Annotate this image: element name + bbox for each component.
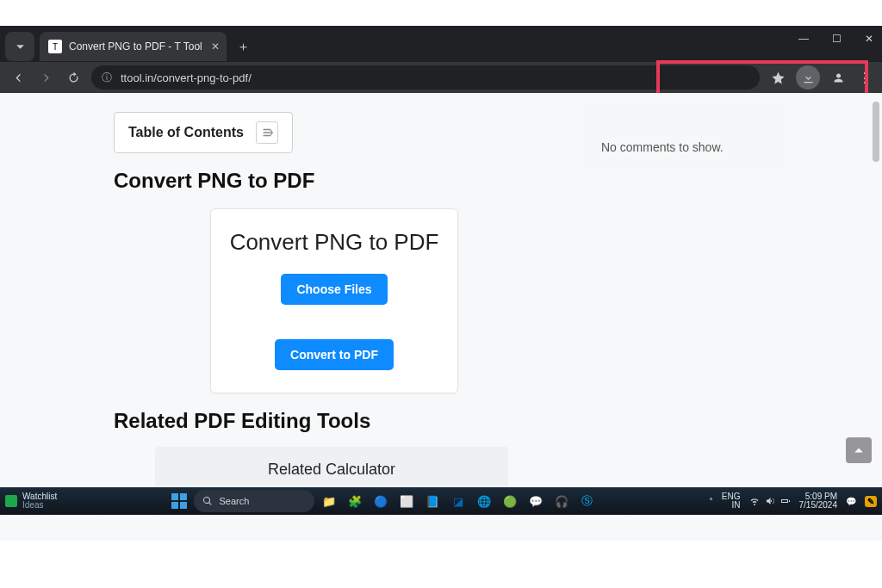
browser-navbar: ⓘ ttool.in/convert-png-to-pdf/ ⋮: [0, 62, 882, 93]
window-minimize-icon[interactable]: ―: [796, 33, 811, 45]
vertical-scrollbar[interactable]: [872, 96, 880, 510]
toc-toggle-button[interactable]: [256, 121, 278, 144]
taskbar-app-3[interactable]: ⬜: [395, 490, 418, 512]
volume-icon[interactable]: [765, 496, 775, 506]
browser-tab[interactable]: T Convert PNG to PDF - T Tool ✕: [40, 32, 227, 61]
nav-reload-button[interactable]: [64, 68, 83, 87]
scroll-to-top-button[interactable]: [846, 437, 872, 463]
svg-rect-3: [180, 502, 187, 509]
profile-button[interactable]: [829, 68, 848, 87]
converter-card: Convert PNG to PDF Choose Files Convert …: [210, 208, 458, 393]
clock[interactable]: 5:09 PM 7/15/2024: [799, 492, 838, 511]
no-comments-text: No comments to show.: [601, 140, 767, 154]
convert-to-pdf-button[interactable]: Convert to PDF: [275, 339, 394, 370]
battery-icon[interactable]: [780, 496, 791, 506]
table-of-contents: Table of Contents: [114, 112, 293, 153]
browser-titlebar: T Convert PNG to PDF - T Tool ✕ ＋ ― ☐ ✕: [0, 26, 882, 62]
svg-rect-2: [171, 502, 178, 509]
taskbar-app-word[interactable]: 📘: [421, 490, 444, 512]
site-info-icon[interactable]: ⓘ: [102, 71, 112, 85]
taskbar-app-whatsapp[interactable]: 💬: [525, 490, 547, 512]
wifi-icon[interactable]: [749, 496, 760, 506]
section-heading-convert: Convert PNG to PDF: [114, 169, 510, 193]
bookmark-star-icon[interactable]: [768, 68, 787, 87]
taskbar-app-chrome[interactable]: 🌐: [473, 490, 495, 512]
choose-files-button[interactable]: Choose Files: [281, 274, 387, 305]
window-maximize-icon[interactable]: ☐: [829, 33, 844, 45]
tray-misc-icon[interactable]: ✎: [865, 496, 877, 507]
svg-rect-0: [171, 493, 178, 500]
tab-close-icon[interactable]: ✕: [211, 40, 220, 53]
favicon-icon: T: [48, 40, 62, 53]
search-placeholder: Search: [220, 496, 250, 506]
window-close-icon[interactable]: ✕: [861, 33, 877, 45]
scrollbar-thumb[interactable]: [873, 102, 879, 162]
widget-icon: [5, 495, 17, 507]
toc-title: Table of Contents: [128, 125, 244, 140]
downloads-button[interactable]: [796, 65, 820, 90]
address-bar[interactable]: ⓘ ttool.in/convert-png-to-pdf/: [91, 65, 760, 90]
browser-menu-button[interactable]: ⋮: [856, 70, 873, 86]
tab-list-button[interactable]: [5, 32, 34, 61]
taskbar-app-edge[interactable]: 🔵: [370, 490, 392, 512]
tray-chevron-icon[interactable]: ˄: [709, 497, 713, 506]
url-text: ttool.in/convert-png-to-pdf/: [121, 71, 252, 84]
section-heading-related: Related PDF Editing Tools: [114, 409, 510, 433]
page-viewport: Table of Contents Convert PNG to PDF Con…: [0, 93, 882, 515]
related-subtitle: Related Calculator: [155, 461, 508, 479]
taskbar-search[interactable]: Search: [194, 490, 314, 512]
taskbar-app-4[interactable]: ◪: [447, 490, 469, 512]
taskbar-app-1[interactable]: 📁: [318, 490, 340, 512]
tab-title: Convert PNG to PDF - T Tool: [69, 40, 202, 53]
svg-rect-1: [180, 493, 187, 500]
windows-taskbar: Watchlist Ideas Search 📁 🧩 🔵 ⬜ 📘 ◪ 🌐 🟢 💬…: [0, 487, 882, 515]
taskbar-app-skype[interactable]: Ⓢ: [576, 490, 599, 512]
start-button[interactable]: [168, 490, 190, 512]
new-tab-button[interactable]: ＋: [232, 34, 256, 59]
nav-forward-button[interactable]: [36, 68, 55, 87]
taskbar-widget[interactable]: Watchlist Ideas: [5, 492, 57, 510]
card-title: Convert PNG to PDF: [227, 228, 442, 257]
taskbar-app-2[interactable]: 🧩: [344, 490, 366, 512]
taskbar-app-6[interactable]: 🎧: [550, 490, 573, 512]
taskbar-app-5[interactable]: 🟢: [499, 490, 521, 512]
nav-back-button[interactable]: [9, 68, 28, 87]
comments-sidebar: . No comments to show.: [584, 102, 784, 170]
widget-sub: Ideas: [22, 501, 57, 510]
notifications-icon[interactable]: 💬: [846, 497, 856, 506]
language-indicator[interactable]: ENG IN: [722, 492, 741, 511]
